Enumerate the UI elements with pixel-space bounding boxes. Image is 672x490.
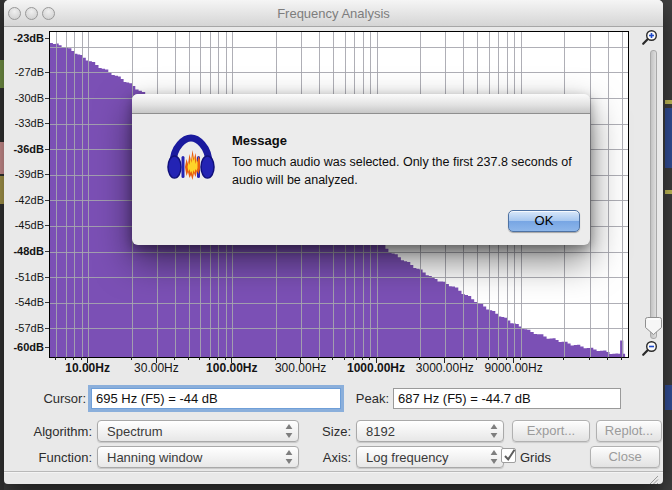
stepper-icon: [490, 450, 498, 464]
size-select[interactable]: 8192: [356, 420, 504, 442]
algorithm-label: Algorithm:: [4, 424, 92, 439]
x-axis-label: 1000.00Hz: [347, 361, 405, 375]
y-axis-label: -27dB: [6, 66, 44, 78]
y-axis-label: -33dB: [6, 117, 44, 129]
export-button[interactable]: Export...: [512, 420, 590, 442]
y-axis-label: -54dB: [6, 296, 44, 308]
replot-button[interactable]: Replot...: [596, 420, 662, 442]
cursor-label: Cursor:: [4, 391, 86, 406]
axis-select[interactable]: Log frequency: [356, 446, 504, 468]
y-axis-label: -23dB: [6, 32, 44, 44]
background: [663, 0, 672, 490]
vertical-zoom-slider[interactable]: [650, 50, 657, 339]
y-axis-label: -60dB: [6, 341, 44, 353]
zoom-slider-thumb[interactable]: [644, 316, 663, 336]
x-axis-label: 300.00Hz: [275, 361, 326, 375]
y-axis-label: -39dB: [6, 168, 44, 180]
check-icon: [503, 449, 517, 463]
dialog-message-line2: audio will be analyzed.: [232, 171, 572, 189]
y-axis-label: -45dB: [6, 219, 44, 231]
ok-button[interactable]: OK: [508, 210, 580, 232]
y-axis-label: -48dB: [6, 245, 44, 257]
y-axis-label: -51dB: [6, 271, 44, 283]
algorithm-select[interactable]: Spectrum: [97, 420, 299, 442]
x-axis-label: 100.00Hz: [206, 361, 257, 375]
grids-label: Grids: [520, 450, 560, 465]
window-title: Frequency Analysis: [4, 6, 663, 21]
resize-grip[interactable]: [647, 473, 659, 485]
y-axis-label: -36dB: [6, 143, 44, 155]
background-fragment: [665, 190, 672, 194]
y-axis-label: -30dB: [6, 92, 44, 104]
background-fragment: [665, 385, 672, 410]
stepper-icon: [285, 450, 293, 464]
dialog-heading: Message: [232, 133, 287, 148]
x-axis-label: 10.00Hz: [65, 361, 110, 375]
y-axis-label: -42dB: [6, 194, 44, 206]
function-select[interactable]: Hanning window: [97, 446, 299, 468]
background-fragment: [665, 108, 672, 168]
function-label: Function:: [4, 450, 92, 465]
function-value: Hanning window: [107, 450, 202, 465]
grids-checkbox[interactable]: [501, 448, 516, 463]
background-fragment: [665, 100, 672, 104]
cursor-input[interactable]: [91, 388, 341, 409]
size-value: 8192: [366, 424, 395, 439]
peak-input[interactable]: [393, 388, 621, 409]
dialog-message-line1: Too much audio was selected. Only the fi…: [232, 153, 572, 171]
zoom-out-icon[interactable]: [641, 340, 659, 358]
peak-label: Peak:: [347, 391, 389, 406]
algorithm-value: Spectrum: [107, 424, 163, 439]
size-label: Size:: [309, 424, 351, 439]
axis-value: Log frequency: [366, 450, 448, 465]
y-axis-label: -57dB: [6, 322, 44, 334]
divider: [4, 471, 663, 472]
x-axis-label: 30.00Hz: [134, 361, 179, 375]
audacity-logo-icon: [163, 130, 219, 186]
dialog-titlebar[interactable]: [132, 94, 590, 114]
stepper-icon: [490, 424, 498, 438]
stepper-icon: [285, 424, 293, 438]
window-titlebar[interactable]: Frequency Analysis: [4, 0, 663, 27]
message-dialog: Message Too much audio was selected. Onl…: [132, 94, 590, 245]
x-axis-label: 9000.00Hz: [485, 361, 543, 375]
axis-label: Axis:: [309, 450, 351, 465]
x-axis-label: 3000.00Hz: [416, 361, 474, 375]
zoom-in-icon[interactable]: [641, 29, 659, 47]
dialog-message: Too much audio was selected. Only the fi…: [232, 153, 572, 189]
close-button-dialog-footer[interactable]: Close: [590, 446, 660, 468]
